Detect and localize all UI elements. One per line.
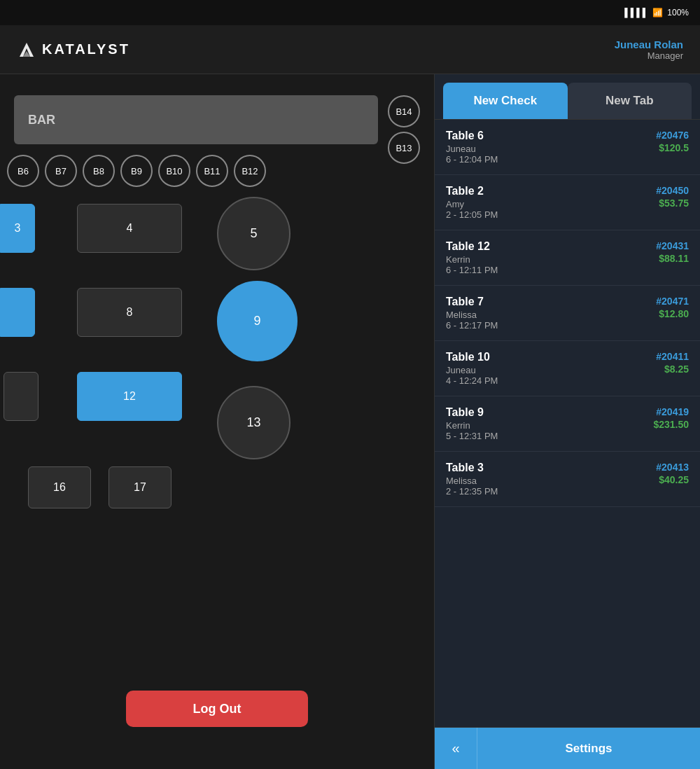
settings-button[interactable]: Settings <box>477 728 700 769</box>
check-amount: $231.50 <box>653 419 689 430</box>
table-4-label: 4 <box>127 222 133 235</box>
table-unknown[interactable] <box>4 372 38 421</box>
check-right: #20476 $120.5 <box>656 130 689 153</box>
check-time: 6 - 12:11 PM <box>446 265 656 275</box>
status-icons: ▌▌▌▌ 📶 100% <box>624 8 689 18</box>
check-item[interactable]: Table 7 Melissa 6 - 12:17 PM #20471 $12.… <box>435 286 700 341</box>
bar-bottom-seats: B6 B7 B8 B9 B10 B11 B12 <box>7 155 266 187</box>
seat-b6[interactable]: B6 <box>7 155 39 187</box>
seat-b8[interactable]: B8 <box>83 155 115 187</box>
check-number: #20476 <box>656 130 689 141</box>
check-right: #20411 $8.25 <box>656 351 689 375</box>
check-list[interactable]: Table 6 Juneau 6 - 12:04 PM #20476 $120.… <box>435 120 700 727</box>
check-right: #20431 $88.11 <box>656 240 689 264</box>
check-server: Juneau <box>446 144 656 154</box>
check-server: Amy <box>446 199 656 209</box>
check-table-name: Table 12 <box>446 240 656 253</box>
seat-b14[interactable]: B14 <box>388 95 420 127</box>
seat-b10[interactable]: B10 <box>158 155 190 187</box>
floor-panel: BAR B14 B13 B6 B7 B8 B9 B10 B11 B12 3 4 <box>0 74 434 769</box>
seat-b13[interactable]: B13 <box>388 132 420 164</box>
table-3-left[interactable]: 3 <box>0 204 35 253</box>
table-13[interactable]: 13 <box>217 386 290 459</box>
check-amount: $40.25 <box>656 474 689 485</box>
seat-b11[interactable]: B11 <box>196 155 228 187</box>
table-5[interactable]: 5 <box>217 197 290 270</box>
user-area: Juneau Rolan Manager <box>615 39 683 61</box>
check-server: Juneau <box>446 365 656 375</box>
check-amount: $120.5 <box>656 142 689 153</box>
table-16[interactable]: 16 <box>28 466 91 508</box>
logout-button[interactable]: Log Out <box>126 691 308 727</box>
check-number: #20471 <box>656 296 689 307</box>
seat-b9[interactable]: B9 <box>120 155 153 187</box>
seat-b12[interactable]: B12 <box>234 155 266 187</box>
new-tab-tab[interactable]: New Tab <box>568 83 692 119</box>
logo-area: Katalyst <box>17 40 130 60</box>
check-time: 5 - 12:31 PM <box>446 431 653 441</box>
table-16-label: 16 <box>53 481 66 494</box>
table-9[interactable]: 9 <box>217 281 298 361</box>
logo-icon <box>17 40 36 60</box>
table-4[interactable]: 4 <box>77 204 182 253</box>
collapse-button[interactable]: « <box>435 728 477 769</box>
check-left: Table 2 Amy 2 - 12:05 PM <box>446 185 656 220</box>
check-item[interactable]: Table 6 Juneau 6 - 12:04 PM #20476 $120.… <box>435 120 700 175</box>
user-name: Juneau Rolan <box>615 39 683 50</box>
check-time: 6 - 12:17 PM <box>446 320 656 331</box>
check-table-name: Table 7 <box>446 296 656 308</box>
signal-icon: ▌▌▌▌ <box>624 8 648 18</box>
check-number: #20431 <box>656 240 689 251</box>
check-server: Kerrin <box>446 420 653 431</box>
table-17[interactable]: 17 <box>108 466 172 508</box>
status-bar: ▌▌▌▌ 📶 100% <box>0 0 700 25</box>
table-8-label: 8 <box>127 306 133 319</box>
check-table-name: Table 10 <box>446 351 656 363</box>
check-item[interactable]: Table 9 Kerrin 5 - 12:31 PM #20419 $231.… <box>435 396 700 452</box>
check-server: Melissa <box>446 310 656 320</box>
table-9-label: 9 <box>253 314 260 328</box>
check-table-name: Table 9 <box>446 406 653 419</box>
check-number: #20411 <box>656 351 689 362</box>
check-amount: $88.11 <box>656 253 689 264</box>
check-item[interactable]: Table 10 Juneau 4 - 12:24 PM #20411 $8.2… <box>435 341 700 396</box>
table-13-label: 13 <box>246 415 260 430</box>
table-12[interactable]: 12 <box>77 372 182 421</box>
table-12-label: 12 <box>123 390 136 403</box>
check-right: #20419 $231.50 <box>653 406 689 430</box>
check-time: 6 - 12:04 PM <box>446 154 656 165</box>
check-item[interactable]: Table 3 Melissa 2 - 12:35 PM #20413 $40.… <box>435 452 700 507</box>
check-right: #20450 $53.75 <box>656 185 689 209</box>
check-table-name: Table 3 <box>446 462 656 474</box>
check-amount: $8.25 <box>656 363 689 375</box>
check-left: Table 7 Melissa 6 - 12:17 PM <box>446 296 656 331</box>
table-8[interactable]: 8 <box>77 288 182 337</box>
bottom-bar: « Settings <box>435 727 700 769</box>
check-left: Table 9 Kerrin 5 - 12:31 PM <box>446 406 653 441</box>
bar-side-seats: B14 B13 <box>388 95 420 164</box>
check-left: Table 6 Juneau 6 - 12:04 PM <box>446 130 656 165</box>
check-left: Table 3 Melissa 2 - 12:35 PM <box>446 462 656 497</box>
check-server: Kerrin <box>446 254 656 265</box>
check-time: 2 - 12:35 PM <box>446 486 656 497</box>
check-item[interactable]: Table 12 Kerrin 6 - 12:11 PM #20431 $88.… <box>435 230 700 286</box>
check-server: Melissa <box>446 476 656 486</box>
check-number: #20413 <box>656 462 689 473</box>
check-left: Table 12 Kerrin 6 - 12:11 PM <box>446 240 656 275</box>
check-item[interactable]: Table 2 Amy 2 - 12:05 PM #20450 $53.75 <box>435 175 700 230</box>
check-table-name: Table 6 <box>446 130 656 142</box>
right-panel: New Check New Tab Table 6 Juneau 6 - 12:… <box>434 74 700 769</box>
new-check-tab[interactable]: New Check <box>443 83 568 119</box>
seat-b7[interactable]: B7 <box>45 155 77 187</box>
table-17-label: 17 <box>134 481 146 494</box>
check-right: #20471 $12.80 <box>656 296 689 319</box>
check-time: 2 - 12:05 PM <box>446 209 656 220</box>
check-right: #20413 $40.25 <box>656 462 689 485</box>
table-7-left[interactable] <box>0 288 35 337</box>
bar-label: BAR <box>28 113 55 127</box>
main-layout: BAR B14 B13 B6 B7 B8 B9 B10 B11 B12 3 4 <box>0 74 700 769</box>
check-amount: $53.75 <box>656 198 689 209</box>
bar-area: BAR <box>14 95 378 144</box>
user-role: Manager <box>615 50 683 61</box>
logo-text: Katalyst <box>42 41 130 57</box>
